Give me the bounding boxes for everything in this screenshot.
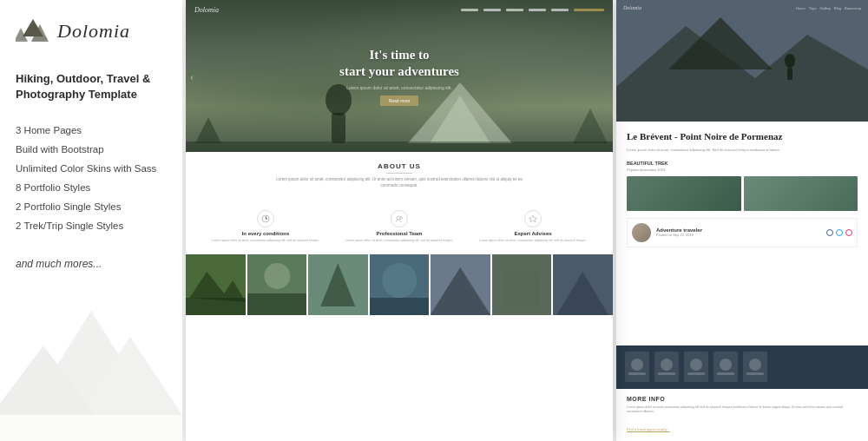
feature-title-3: Expert Advises	[473, 231, 594, 236]
camp-icon	[749, 359, 761, 371]
right-blog-title: Le Brévent - Point Noire de Pormenaz	[627, 130, 858, 142]
photo-thumb-2	[247, 254, 307, 315]
feature-text-2: Lorem ipsum dolor sit amet, consectetur …	[339, 239, 460, 243]
dark-bar-item-epic	[713, 352, 738, 382]
feature-col-1: In every conditions Lorem ipsum dolor si…	[206, 210, 326, 243]
svg-rect-41	[787, 68, 792, 80]
dark-icon-bar	[616, 346, 868, 389]
dark-bar-item-camp	[743, 352, 767, 382]
beautiful-trek-section: BEAUTIFUL TREK Popular destination 2019	[627, 161, 858, 211]
beautiful-trek-label: BEAUTIFUL TREK	[627, 161, 858, 166]
instagram-social-icon[interactable]	[845, 229, 852, 236]
trek-thumb-1	[627, 176, 741, 211]
photo-thumb-6	[492, 254, 552, 315]
nav-link-dot	[483, 9, 501, 11]
logo-area: Dolomia	[16, 17, 167, 45]
svg-marker-12	[195, 117, 221, 143]
svg-rect-24	[247, 293, 307, 315]
right-nav-link: Blog	[834, 6, 841, 10]
nav-link-dot	[461, 9, 478, 11]
right-preview-nav: Dolomia Home Trips Gallery Blog Basecamp	[616, 0, 868, 16]
preview-navbar: Dolomia	[186, 0, 613, 19]
svg-marker-18	[529, 215, 537, 222]
canyon-icon	[661, 359, 673, 371]
facebook-social-icon[interactable]	[826, 229, 833, 236]
dark-bar-item-canyon	[654, 352, 679, 382]
preview-nav-logo: Dolomia	[194, 6, 219, 14]
feature-text-3: Lorem ipsum dolor sit amet, consectetur …	[473, 239, 594, 243]
hero-prev-arrow[interactable]: ‹	[190, 69, 194, 82]
feature-title-2: Professional Team	[339, 231, 460, 236]
about-text: Lorem ipsum dolor sit amet, consectetur …	[269, 176, 529, 188]
author-social-links	[826, 229, 852, 236]
right-blog-content: Le Brévent - Point Noire de Pormenaz Lor…	[616, 122, 868, 346]
tagline: Hiking, Outdoor, Travel & Hiking, Outdoo…	[16, 71, 167, 102]
explore-label	[687, 372, 705, 375]
about-section: ABOUT US Lorem ipsum dolor sit amet, con…	[186, 152, 613, 206]
svg-point-23	[264, 263, 290, 289]
canyon-label	[658, 372, 675, 375]
buy-now-btn	[574, 9, 604, 11]
more-info-link[interactable]: Find a travel agent nearby...	[627, 427, 670, 431]
trek-icon	[631, 359, 643, 371]
right-nav-link: Home	[796, 6, 806, 10]
epic-icon	[720, 359, 732, 371]
mountain-bg-watermark	[0, 302, 182, 441]
hero-text-block: It's time tostart your adventures Lorem …	[339, 47, 459, 106]
logo-mountain-icon	[16, 17, 50, 45]
right-nav-link: Trips	[809, 6, 817, 10]
right-side-preview: Dolomia Home Trips Gallery Blog Basecamp…	[616, 0, 868, 441]
svg-rect-11	[332, 113, 345, 143]
svg-point-3	[17, 36, 49, 41]
feature-item: 3 Home Pages	[16, 122, 167, 141]
svg-marker-13	[573, 109, 608, 143]
author-box: Adventure traveler Posted on Sep 12, 201…	[627, 218, 858, 247]
feature-item: 2 Trek/Trip Single Styles	[16, 217, 167, 236]
nav-link-dot	[551, 9, 569, 11]
explore-icon	[690, 359, 702, 371]
main-preview: Dolomia It's time tostart your adventure…	[186, 0, 613, 441]
right-blog-subtitle: Lorem ipsum dolor sit amet, consectetur …	[627, 148, 858, 153]
right-nav-logo: Dolomia	[623, 5, 641, 10]
features-list: 3 Home Pages Build with Bootstrap Unlimi…	[16, 122, 167, 235]
right-hero-svg	[616, 0, 868, 122]
trek-thumb-row	[627, 176, 858, 211]
epic-label	[717, 372, 734, 375]
feature-icon-advises	[524, 210, 542, 227]
trek-thumb-2	[744, 176, 858, 211]
photo-thumb-4	[370, 254, 430, 315]
feature-item: 2 Portfolio Single Styles	[16, 198, 167, 217]
trek-label	[628, 372, 646, 375]
author-meta: Posted on Sep 12, 2019	[656, 233, 702, 237]
svg-rect-14	[186, 142, 613, 152]
feature-item: Build with Bootstrap	[16, 141, 167, 160]
nav-link-dot	[529, 9, 546, 11]
about-title: ABOUT US	[203, 162, 595, 170]
author-avatar	[632, 223, 651, 242]
feature-item: Unlimited Color Skins with Sass	[16, 160, 167, 179]
logo-text: Dolomia	[57, 20, 130, 43]
dark-bar-item-trek	[625, 352, 649, 382]
feature-col-3: Expert Advises Lorem ipsum dolor sit ame…	[473, 210, 594, 243]
twitter-social-icon[interactable]	[836, 229, 843, 236]
svg-point-40	[785, 54, 795, 68]
photo-thumb-3	[308, 254, 368, 315]
about-divider	[386, 173, 412, 174]
right-nav-link: Gallery	[819, 6, 831, 10]
beautiful-trek-sub: Popular destination 2019	[627, 168, 858, 172]
photo-grid	[186, 254, 613, 315]
photo-thumb-5	[431, 254, 490, 315]
feature-icon-conditions	[257, 210, 274, 227]
hero-cta-button[interactable]: Read more	[380, 95, 419, 106]
right-panels: Dolomia It's time tostart your adventure…	[182, 0, 868, 441]
more-info-body: Lorem ipsum dolor sit amet consectetur a…	[627, 405, 858, 415]
svg-rect-29	[370, 298, 430, 315]
dark-bar-item-explore	[684, 352, 708, 382]
svg-rect-33	[504, 272, 539, 306]
feature-col-2: Professional Team Lorem ipsum dolor sit …	[339, 210, 460, 243]
preview-nav-links	[461, 9, 604, 11]
more-info-link-area: Find a travel agent nearby...	[627, 418, 858, 434]
more-info-section: MORE INFO Lorem ipsum dolor sit amet con…	[616, 389, 868, 441]
feature-text-1: Lorem ipsum dolor sit amet, consectetur …	[206, 239, 326, 243]
features-row: In every conditions Lorem ipsum dolor si…	[186, 206, 613, 253]
